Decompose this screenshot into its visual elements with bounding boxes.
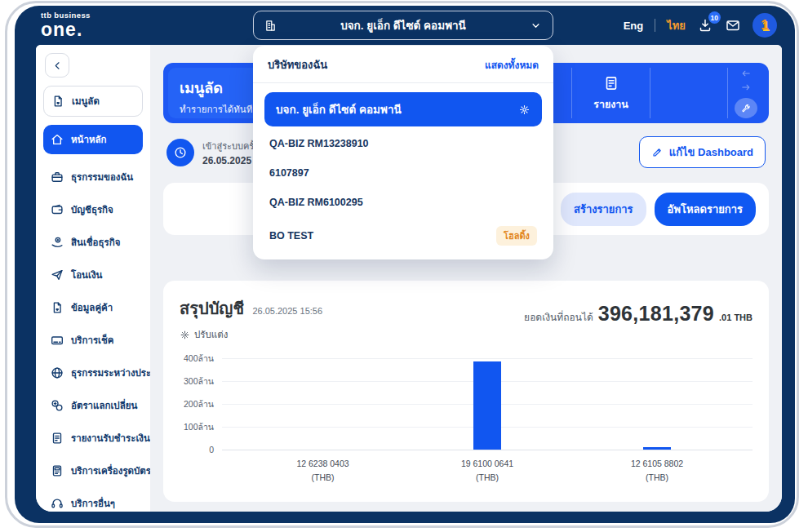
lang-thai-toggle[interactable]: ไทย <box>667 17 686 34</box>
sidebar-item[interactable]: บัญชีธุรกิจ <box>43 195 143 224</box>
sidebar-item[interactable]: อัตราแลกเปลี่ยน <box>43 391 143 420</box>
company-selector[interactable]: บจก. ยูเอ็ก ดีไซต์ คอมพานี <box>253 11 553 40</box>
gear-icon <box>180 330 190 340</box>
summary-header-left: สรุปบัญชี 26.05.2025 15:56 ปรับแต่ง <box>180 295 322 342</box>
chart-gridline <box>222 450 753 450</box>
sidebar-item[interactable]: โอนเงิน <box>43 260 143 290</box>
chart-category-label: 12 6238 0403(THB) <box>296 457 349 485</box>
sidebar-item[interactable]: หน้าหลัก <box>43 125 143 154</box>
holding-badge: โฮลดิ้ง <box>496 226 537 246</box>
card-machine-icon <box>50 463 64 478</box>
account-summary-chart: 400ล้าน300ล้าน200ล้าน100ล้าน0 12 6238 04… <box>180 358 753 485</box>
company-option[interactable]: BO TESTโฮลดิ้ง <box>253 217 553 255</box>
sidebar-item-label: ธุรกรรมของฉัน <box>71 170 133 184</box>
sidebar-item-label: สินเชื่อธุรกิจ <box>71 235 120 250</box>
quick-menu-tile-label: รายงาน <box>593 96 628 113</box>
chart-plot-area: 12 6238 0403(THB)19 6100 0641(THB)12 610… <box>222 358 753 450</box>
cheque-icon <box>50 333 64 348</box>
chart-y-axis: 400ล้าน300ล้าน200ล้าน100ล้าน0 <box>180 358 222 450</box>
topbar-right: Eng ไทย 10 1 <box>624 6 777 45</box>
show-all-link[interactable]: แสดงทั้งหมด <box>485 57 539 73</box>
sidebar-item-label: บริการเครื่องรูดบัตร <box>71 463 150 478</box>
chart-y-tick-label: 200ล้าน <box>184 397 214 411</box>
account-summary-card: สรุปบัญชี 26.05.2025 15:56 ปรับแต่ง ยอดเ… <box>163 281 769 502</box>
lang-divider <box>655 19 655 32</box>
quick-menu-tile[interactable]: รายงาน <box>571 68 649 118</box>
transfer-icon <box>50 268 64 282</box>
sidebar-item[interactable]: รายงานรับชำระเงิน <box>43 423 143 453</box>
summary-title: สรุปบัญชี <box>180 299 244 317</box>
balance-fraction: .01 THB <box>719 313 753 322</box>
briefcase-icon <box>50 170 64 184</box>
company-option-list: QA-BIZ RM132389106107897QA-BIZ RM6100295… <box>253 129 553 255</box>
topbar: ttb business one. บจก. ยูเอ็ก ดีไซต์ คอม… <box>15 6 795 45</box>
customize-summary-button[interactable]: ปรับแต่ง <box>180 327 228 342</box>
carousel-next-icon[interactable] <box>740 82 752 93</box>
sidebar-menu: เมนูลัดหน้าหลักธุรกรรมของฉันบัญชีธุรกิจส… <box>43 86 143 512</box>
company-option[interactable]: QA-BIZ RM13238910 <box>253 129 553 158</box>
chart-y-tick-label: 100ล้าน <box>184 420 214 434</box>
sidebar-item-label: บริการเช็ค <box>71 333 114 348</box>
company-option[interactable]: 6107897 <box>253 158 553 188</box>
download-count-badge: 10 <box>708 11 721 24</box>
exchange-icon <box>50 398 64 413</box>
sidebar-item-label: บริการอื่นๆ <box>71 496 115 511</box>
summary-header: สรุปบัญชี 26.05.2025 15:56 ปรับแต่ง ยอดเ… <box>180 295 753 342</box>
sidebar-item[interactable]: บริการเครื่องรูดบัตร <box>43 456 143 485</box>
company-selector-value: บจก. ยูเอ็ก ดีไซต์ คอมพานี <box>277 16 529 34</box>
company-option-label: 6107897 <box>269 167 309 179</box>
mail-icon[interactable] <box>725 17 741 33</box>
partner-doc-icon <box>50 300 64 315</box>
balance-amount: 396,181,379 <box>598 302 714 326</box>
carousel-prev-icon[interactable] <box>740 68 752 79</box>
chart-y-tick-label: 0 <box>209 445 214 454</box>
customize-quick-menu-button[interactable] <box>735 98 757 118</box>
loan-icon <box>50 235 64 250</box>
chart-y-tick-label: 300ล้าน <box>184 375 214 388</box>
chart-category-label: 19 6100 0641(THB) <box>461 457 513 485</box>
ttb-business-one-logo: ttb business one. <box>41 11 91 39</box>
upload-transaction-button[interactable]: อัพโหลดรายการ <box>655 193 756 226</box>
company-option-selected[interactable]: บจก. ยูเอ็ก ดีไซต์ คอมพานี <box>264 92 542 126</box>
app-window: ttb business one. บจก. ยูเอ็ก ดีไซต์ คอม… <box>15 6 795 523</box>
create-transaction-button[interactable]: สร้างรายการ <box>561 193 646 226</box>
edit-dashboard-button[interactable]: แก้ไข Dashboard <box>639 136 766 168</box>
report-icon <box>50 431 64 446</box>
envelope-glyph <box>725 17 741 33</box>
company-dropdown-header: บริษัทของฉัน แสดงทั้งหมด <box>253 46 553 83</box>
sidebar-item[interactable]: บริการอื่นๆ <box>43 489 143 512</box>
sidebar-item-label: โอนเงิน <box>71 268 102 282</box>
home-icon <box>50 132 64 147</box>
download-icon[interactable]: 10 <box>697 17 713 33</box>
summary-timestamp: 26.05.2025 15:56 <box>252 306 322 316</box>
sidebar-item[interactable]: ธุรกรรมของฉัน <box>43 162 143 192</box>
company-option-label: QA-BIZ RM6100295 <box>269 197 363 208</box>
sidebar-item[interactable]: ข้อมูลคู่ค้า <box>43 293 143 322</box>
company-option[interactable]: QA-BIZ RM6100295 <box>253 188 553 217</box>
profile-avatar[interactable]: 1 <box>753 13 777 38</box>
shortcut-doc-icon <box>51 94 65 109</box>
selected-company-label: บจก. ยูเอ็ก ดีไซต์ คอมพานี <box>276 100 402 118</box>
sidebar-item[interactable]: บริการเช็ค <box>43 326 143 355</box>
chart-category-label: 12 6105 8802(THB) <box>631 457 683 485</box>
quick-menu-tile[interactable] <box>650 68 727 118</box>
lang-eng-toggle[interactable]: Eng <box>624 20 644 32</box>
chevron-down-icon <box>529 19 543 33</box>
sidebar-item-label: ข้อมูลคู่ค้า <box>71 300 113 315</box>
gear-icon[interactable] <box>518 104 531 116</box>
wrench-icon <box>740 103 752 114</box>
sidebar-collapse-button[interactable] <box>45 53 69 78</box>
sidebar-item[interactable]: เมนูลัด <box>43 86 143 117</box>
company-dropdown-panel: บริษัทของฉัน แสดงทั้งหมด บจก. ยูเอ็ก ดีไ… <box>253 46 553 259</box>
edit-dashboard-label: แก้ไข Dashboard <box>669 144 753 161</box>
chart-y-tick-label: 400ล้าน <box>184 352 214 366</box>
sidebar-item[interactable]: สินเชื่อธุรกิจ <box>43 228 143 257</box>
sidebar-item[interactable]: ธุรกรรมระหว่างประเทศ <box>43 358 143 388</box>
sidebar-item-label: หน้าหลัก <box>71 132 107 147</box>
headset-icon <box>50 496 64 511</box>
sidebar-item-label: ธุรกรรมระหว่างประเทศ <box>71 366 150 380</box>
quick-menu-controls <box>727 68 764 118</box>
chevron-left-icon <box>51 60 64 72</box>
sidebar-item-label: รายงานรับชำระเงิน <box>71 431 150 446</box>
globe-icon <box>50 366 64 380</box>
